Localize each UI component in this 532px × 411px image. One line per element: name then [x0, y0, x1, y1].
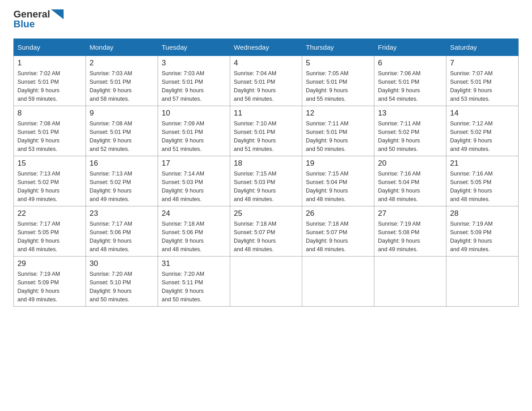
weekday-header-thursday: Thursday	[302, 39, 374, 56]
day-cell: 5 Sunrise: 7:05 AM Sunset: 5:01 PM Dayli…	[302, 56, 374, 106]
day-number: 24	[162, 209, 226, 218]
day-number: 18	[234, 159, 298, 168]
day-number: 9	[90, 109, 154, 118]
day-cell: 9 Sunrise: 7:08 AM Sunset: 5:01 PM Dayli…	[86, 106, 158, 156]
day-cell: 2 Sunrise: 7:03 AM Sunset: 5:01 PM Dayli…	[86, 56, 158, 106]
day-cell: 18 Sunrise: 7:15 AM Sunset: 5:03 PM Dayl…	[230, 156, 302, 206]
day-info: Sunrise: 7:08 AM Sunset: 5:01 PM Dayligh…	[17, 120, 82, 153]
day-number: 28	[450, 209, 515, 218]
day-number: 2	[90, 59, 154, 68]
day-number: 19	[306, 159, 370, 168]
day-cell: 11 Sunrise: 7:10 AM Sunset: 5:01 PM Dayl…	[230, 106, 302, 156]
day-info: Sunrise: 7:05 AM Sunset: 5:01 PM Dayligh…	[306, 69, 370, 103]
calendar-header: SundayMondayTuesdayWednesdayThursdayFrid…	[14, 39, 519, 56]
day-cell: 29 Sunrise: 7:19 AM Sunset: 5:09 PM Dayl…	[14, 257, 86, 307]
day-number: 17	[162, 159, 226, 168]
day-number: 14	[450, 109, 515, 118]
day-cell: 27 Sunrise: 7:19 AM Sunset: 5:08 PM Dayl…	[374, 206, 446, 257]
day-info: Sunrise: 7:16 AM Sunset: 5:05 PM Dayligh…	[450, 170, 515, 203]
day-info: Sunrise: 7:16 AM Sunset: 5:04 PM Dayligh…	[378, 170, 442, 203]
week-row-4: 22 Sunrise: 7:17 AM Sunset: 5:05 PM Dayl…	[14, 206, 519, 257]
day-number: 8	[17, 109, 82, 118]
day-cell: 8 Sunrise: 7:08 AM Sunset: 5:01 PM Dayli…	[14, 106, 86, 156]
weekday-header-wednesday: Wednesday	[230, 39, 302, 56]
day-number: 30	[90, 259, 154, 268]
day-cell: 19 Sunrise: 7:15 AM Sunset: 5:04 PM Dayl…	[302, 156, 374, 206]
day-number: 10	[162, 109, 226, 118]
day-cell: 14 Sunrise: 7:12 AM Sunset: 5:02 PM Dayl…	[446, 106, 519, 156]
day-number: 22	[17, 209, 82, 218]
week-row-2: 8 Sunrise: 7:08 AM Sunset: 5:01 PM Dayli…	[14, 106, 519, 156]
day-info: Sunrise: 7:19 AM Sunset: 5:09 PM Dayligh…	[17, 270, 82, 304]
day-info: Sunrise: 7:17 AM Sunset: 5:06 PM Dayligh…	[90, 220, 154, 253]
day-number: 29	[17, 259, 82, 268]
weekday-header-friday: Friday	[374, 39, 446, 56]
day-number: 13	[378, 109, 442, 118]
day-info: Sunrise: 7:14 AM Sunset: 5:03 PM Dayligh…	[162, 170, 226, 203]
day-info: Sunrise: 7:13 AM Sunset: 5:02 PM Dayligh…	[90, 170, 154, 203]
day-info: Sunrise: 7:02 AM Sunset: 5:01 PM Dayligh…	[17, 69, 82, 103]
week-row-3: 15 Sunrise: 7:13 AM Sunset: 5:02 PM Dayl…	[14, 156, 519, 206]
weekday-header-row: SundayMondayTuesdayWednesdayThursdayFrid…	[14, 39, 519, 56]
day-number: 4	[234, 59, 298, 68]
day-info: Sunrise: 7:08 AM Sunset: 5:01 PM Dayligh…	[90, 120, 154, 153]
day-cell: 24 Sunrise: 7:18 AM Sunset: 5:06 PM Dayl…	[158, 206, 230, 257]
weekday-header-monday: Monday	[86, 39, 158, 56]
day-info: Sunrise: 7:20 AM Sunset: 5:10 PM Dayligh…	[90, 270, 154, 304]
day-info: Sunrise: 7:07 AM Sunset: 5:01 PM Dayligh…	[450, 69, 515, 103]
day-number: 26	[306, 209, 370, 218]
day-info: Sunrise: 7:06 AM Sunset: 5:01 PM Dayligh…	[378, 69, 442, 103]
day-number: 25	[234, 209, 298, 218]
day-cell: 12 Sunrise: 7:11 AM Sunset: 5:01 PM Dayl…	[302, 106, 374, 156]
day-cell: 10 Sunrise: 7:09 AM Sunset: 5:01 PM Dayl…	[158, 106, 230, 156]
day-cell: 23 Sunrise: 7:17 AM Sunset: 5:06 PM Dayl…	[86, 206, 158, 257]
day-info: Sunrise: 7:18 AM Sunset: 5:06 PM Dayligh…	[162, 220, 226, 253]
day-cell	[230, 257, 302, 307]
day-cell	[374, 257, 446, 307]
day-cell: 13 Sunrise: 7:11 AM Sunset: 5:02 PM Dayl…	[374, 106, 446, 156]
day-cell	[446, 257, 519, 307]
page-header: General Blue	[13, 9, 519, 30]
day-info: Sunrise: 7:18 AM Sunset: 5:07 PM Dayligh…	[234, 220, 298, 253]
weekday-header-sunday: Sunday	[14, 39, 86, 56]
day-info: Sunrise: 7:13 AM Sunset: 5:02 PM Dayligh…	[17, 170, 82, 203]
day-cell: 3 Sunrise: 7:03 AM Sunset: 5:01 PM Dayli…	[158, 56, 230, 106]
day-number: 15	[17, 159, 82, 168]
day-number: 12	[306, 109, 370, 118]
day-number: 31	[162, 259, 226, 268]
day-cell: 6 Sunrise: 7:06 AM Sunset: 5:01 PM Dayli…	[374, 56, 446, 106]
day-cell: 16 Sunrise: 7:13 AM Sunset: 5:02 PM Dayl…	[86, 156, 158, 206]
day-number: 7	[450, 59, 515, 68]
day-info: Sunrise: 7:17 AM Sunset: 5:05 PM Dayligh…	[17, 220, 82, 253]
day-cell: 17 Sunrise: 7:14 AM Sunset: 5:03 PM Dayl…	[158, 156, 230, 206]
day-info: Sunrise: 7:04 AM Sunset: 5:01 PM Dayligh…	[234, 69, 298, 103]
day-number: 20	[378, 159, 442, 168]
day-number: 11	[234, 109, 298, 118]
day-number: 27	[378, 209, 442, 218]
day-info: Sunrise: 7:11 AM Sunset: 5:01 PM Dayligh…	[306, 120, 370, 153]
logo-blue-text: Blue	[13, 19, 64, 30]
day-cell: 22 Sunrise: 7:17 AM Sunset: 5:05 PM Dayl…	[14, 206, 86, 257]
day-number: 3	[162, 59, 226, 68]
weekday-header-tuesday: Tuesday	[158, 39, 230, 56]
calendar-table: SundayMondayTuesdayWednesdayThursdayFrid…	[13, 39, 519, 307]
day-info: Sunrise: 7:15 AM Sunset: 5:04 PM Dayligh…	[306, 170, 370, 203]
calendar-body: 1 Sunrise: 7:02 AM Sunset: 5:01 PM Dayli…	[14, 56, 519, 307]
day-info: Sunrise: 7:11 AM Sunset: 5:02 PM Dayligh…	[378, 120, 442, 153]
day-cell: 15 Sunrise: 7:13 AM Sunset: 5:02 PM Dayl…	[14, 156, 86, 206]
day-cell: 28 Sunrise: 7:19 AM Sunset: 5:09 PM Dayl…	[446, 206, 519, 257]
logo-icon	[51, 9, 64, 19]
day-cell: 31 Sunrise: 7:20 AM Sunset: 5:11 PM Dayl…	[158, 257, 230, 307]
day-cell: 25 Sunrise: 7:18 AM Sunset: 5:07 PM Dayl…	[230, 206, 302, 257]
week-row-5: 29 Sunrise: 7:19 AM Sunset: 5:09 PM Dayl…	[14, 257, 519, 307]
day-cell: 7 Sunrise: 7:07 AM Sunset: 5:01 PM Dayli…	[446, 56, 519, 106]
day-info: Sunrise: 7:03 AM Sunset: 5:01 PM Dayligh…	[90, 69, 154, 103]
day-cell	[302, 257, 374, 307]
day-info: Sunrise: 7:10 AM Sunset: 5:01 PM Dayligh…	[234, 120, 298, 153]
day-info: Sunrise: 7:12 AM Sunset: 5:02 PM Dayligh…	[450, 120, 515, 153]
weekday-header-saturday: Saturday	[446, 39, 519, 56]
day-info: Sunrise: 7:19 AM Sunset: 5:09 PM Dayligh…	[450, 220, 515, 253]
day-number: 5	[306, 59, 370, 68]
logo: General Blue	[13, 9, 64, 30]
svg-marker-0	[51, 9, 64, 19]
